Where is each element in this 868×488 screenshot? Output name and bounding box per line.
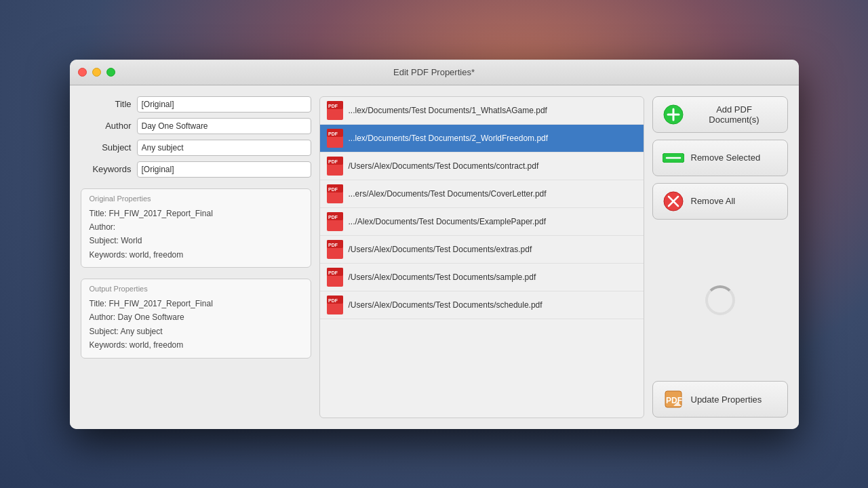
remove-selected-button[interactable]: Remove Selected bbox=[652, 140, 788, 176]
remove-all-icon bbox=[663, 190, 684, 212]
output-title-line: Title: FH_FIW_2017_Report_Final bbox=[90, 297, 302, 310]
svg-text:PDF: PDF bbox=[328, 187, 338, 192]
output-author-line: Author: Day One Software bbox=[90, 310, 302, 324]
add-pdf-icon bbox=[663, 104, 684, 125]
remove-all-label: Remove All bbox=[691, 196, 736, 206]
keywords-input[interactable] bbox=[137, 161, 311, 178]
output-properties-section: Output Properties Title: FH_FIW_2017_Rep… bbox=[81, 279, 311, 359]
file-item[interactable]: PDF ...lex/Documents/Test Documents/1_Wh… bbox=[320, 97, 644, 125]
svg-text:PDF: PDF bbox=[328, 298, 338, 303]
file-path: /Users/Alex/Documents/Test Documents/sch… bbox=[349, 300, 542, 310]
close-button[interactable] bbox=[78, 68, 87, 77]
file-path: /Users/Alex/Documents/Test Documents/ext… bbox=[349, 245, 532, 254]
pdf-icon: PDF bbox=[327, 157, 343, 176]
svg-text:PDF: PDF bbox=[328, 270, 338, 275]
file-path: ...lex/Documents/Test Documents/1_WhatIs… bbox=[349, 106, 547, 115]
pdf-icon: PDF bbox=[327, 101, 343, 120]
spinner bbox=[705, 285, 735, 315]
right-panel: Add PDF Document(s) Remove Selected bbox=[652, 96, 788, 418]
output-subject-line: Subject: Any subject bbox=[90, 325, 302, 338]
svg-text:PDF: PDF bbox=[328, 131, 338, 136]
file-item[interactable]: PDF /Users/Alex/Documents/Test Documents… bbox=[320, 152, 644, 180]
window-content: Title Author Subject Keywords Original P… bbox=[70, 85, 799, 429]
left-panel: Title Author Subject Keywords Original P… bbox=[81, 96, 311, 418]
svg-text:PDF: PDF bbox=[666, 396, 682, 405]
file-item[interactable]: PDF /Users/Alex/Documents/Test Documents… bbox=[320, 236, 644, 264]
spacer2 bbox=[652, 329, 788, 374]
remove-selected-icon bbox=[663, 147, 684, 169]
main-window: Edit PDF Properties* Title Author Subjec… bbox=[70, 60, 799, 429]
file-item[interactable]: PDF ...lex/Documents/Test Documents/2_Wo… bbox=[320, 125, 644, 152]
keywords-group: Keywords bbox=[81, 161, 311, 178]
subject-input[interactable] bbox=[137, 140, 311, 156]
file-path: ...lex/Documents/Test Documents/2_WorldF… bbox=[349, 134, 549, 143]
title-input[interactable] bbox=[137, 96, 311, 113]
file-item[interactable]: PDF /Users/Alex/Documents/Test Documents… bbox=[320, 291, 644, 319]
pdf-icon: PDF bbox=[327, 129, 343, 148]
window-title: Edit PDF Properties* bbox=[393, 67, 475, 77]
output-properties-title: Output Properties bbox=[90, 285, 302, 293]
file-path: ...ers/Alex/Documents/Test Documents/Cov… bbox=[349, 189, 547, 199]
svg-text:PDF: PDF bbox=[328, 104, 338, 108]
maximize-button[interactable] bbox=[106, 68, 115, 77]
pdf-icon: PDF bbox=[327, 296, 343, 314]
file-path: /Users/Alex/Documents/Test Documents/con… bbox=[349, 161, 539, 171]
original-title-line: Title: FH_FIW_2017_Report_Final bbox=[90, 207, 302, 220]
spacer bbox=[652, 226, 788, 271]
traffic-lights bbox=[78, 68, 115, 77]
subject-group: Subject bbox=[81, 140, 311, 156]
file-list-panel: PDF ...lex/Documents/Test Documents/1_Wh… bbox=[319, 96, 644, 418]
file-item[interactable]: PDF ...ers/Alex/Documents/Test Documents… bbox=[320, 180, 644, 208]
file-path: .../Alex/Documents/Test Documents/Exampl… bbox=[349, 217, 546, 226]
original-author-line: Author: bbox=[90, 220, 302, 234]
original-keywords-line: Keywords: world, freedom bbox=[90, 248, 302, 262]
output-keywords-line: Keywords: world, freedom bbox=[90, 338, 302, 352]
pdf-icon: PDF bbox=[327, 184, 343, 203]
author-group: Author bbox=[81, 118, 311, 134]
file-list[interactable]: PDF ...lex/Documents/Test Documents/1_Wh… bbox=[320, 97, 644, 418]
svg-text:PDF: PDF bbox=[328, 243, 338, 247]
file-path: /Users/Alex/Documents/Test Documents/sam… bbox=[349, 272, 536, 282]
remove-selected-label: Remove Selected bbox=[691, 152, 761, 163]
original-properties-title: Original Properties bbox=[90, 195, 302, 203]
update-properties-label: Update Properties bbox=[691, 394, 762, 405]
file-item[interactable]: PDF /Users/Alex/Documents/Test Documents… bbox=[320, 264, 644, 291]
pdf-icon: PDF bbox=[327, 240, 343, 259]
titlebar: Edit PDF Properties* bbox=[70, 60, 799, 85]
subject-label: Subject bbox=[81, 142, 132, 152]
original-subject-line: Subject: World bbox=[90, 234, 302, 247]
title-label: Title bbox=[81, 99, 132, 109]
keywords-label: Keywords bbox=[81, 164, 132, 174]
author-input[interactable] bbox=[137, 118, 311, 134]
update-properties-icon: PDF bbox=[663, 388, 684, 410]
svg-text:PDF: PDF bbox=[328, 159, 338, 164]
add-pdf-button[interactable]: Add PDF Document(s) bbox=[652, 96, 788, 133]
author-label: Author bbox=[81, 121, 132, 131]
minimize-button[interactable] bbox=[92, 68, 101, 77]
pdf-icon: PDF bbox=[327, 212, 343, 231]
file-item[interactable]: PDF .../Alex/Documents/Test Documents/Ex… bbox=[320, 208, 644, 236]
update-properties-button[interactable]: PDF Update Properties bbox=[652, 381, 788, 418]
original-properties-section: Original Properties Title: FH_FIW_2017_R… bbox=[81, 188, 311, 268]
pdf-icon: PDF bbox=[327, 268, 343, 287]
remove-all-button[interactable]: Remove All bbox=[652, 183, 788, 220]
title-group: Title bbox=[81, 96, 311, 113]
svg-text:PDF: PDF bbox=[328, 215, 338, 220]
add-pdf-label: Add PDF Document(s) bbox=[691, 104, 778, 125]
